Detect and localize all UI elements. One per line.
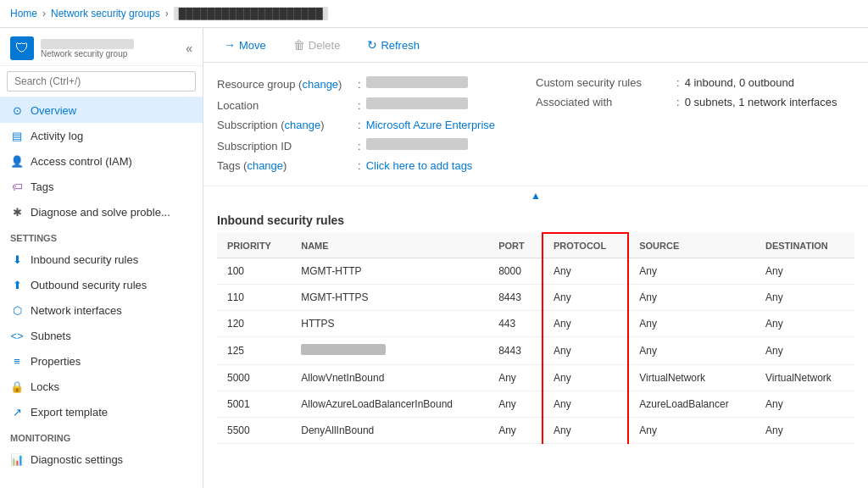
sidebar-item-access-control[interactable]: 👤 Access control (IAM) <box>0 148 203 174</box>
cell-source: VirtualNetwork <box>628 365 755 391</box>
sidebar-item-activity-log[interactable]: ▤ Activity log <box>0 123 203 148</box>
activity-log-icon: ▤ <box>10 129 24 142</box>
breadcrumb: Home › Network security groups › ███████… <box>0 0 868 28</box>
cell-port: 8443 <box>488 337 542 365</box>
col-header-source: SOURCE <box>628 233 755 258</box>
network-interfaces-icon: ⬡ <box>10 303 24 317</box>
properties-icon: ≡ <box>10 354 24 368</box>
resource-type: Network security group <box>41 49 134 58</box>
refresh-button[interactable]: ↻ Refresh <box>360 35 426 55</box>
sidebar-item-outbound-rules[interactable]: ⬆ Outbound security rules <box>0 272 203 297</box>
cell-port: 8000 <box>488 258 542 285</box>
cell-name: AllowVnetInBound <box>291 365 488 391</box>
cell-name: AllowAzureLoadBalancerInBound <box>291 391 488 418</box>
delete-icon: 🗑 <box>293 38 305 52</box>
sidebar-item-inbound-rules[interactable]: ⬇ Inbound security rules <box>0 247 203 272</box>
tags-change-link[interactable]: change <box>247 159 283 172</box>
cell-name: DenyAllInBound <box>291 418 488 444</box>
sidebar-item-network-interfaces[interactable]: ⬡ Network interfaces <box>0 297 203 323</box>
cell-protocol: Any <box>542 285 628 311</box>
prop-subscription: Subscription (change) : Microsoft Azure … <box>217 115 536 135</box>
cell-protocol: Any <box>542 418 628 444</box>
move-button[interactable]: → Move <box>217 35 273 55</box>
cell-destination: Any <box>755 337 854 365</box>
col-header-destination: DESTINATION <box>755 233 854 258</box>
table-row[interactable]: 5001 AllowAzureLoadBalancerInBound Any A… <box>217 391 854 418</box>
cell-priority: 5500 <box>217 418 291 444</box>
table-row[interactable]: 120 HTTPS 443 Any Any Any <box>217 311 854 337</box>
diagnose-icon: ✱ <box>10 205 24 219</box>
shield-icon: 🛡 <box>10 36 34 60</box>
table-row[interactable]: 5000 AllowVnetInBound Any Any VirtualNet… <box>217 365 854 391</box>
cell-destination: Any <box>755 311 854 337</box>
cell-name: HTTPS <box>291 311 488 337</box>
cell-source: Any <box>628 285 755 311</box>
properties-left: Resource group (change) : Location : Sub… <box>217 73 536 175</box>
sidebar-item-diagnose[interactable]: ✱ Diagnose and solve proble... <box>0 199 203 225</box>
sidebar-item-subnets[interactable]: <> Subnets <box>0 323 203 348</box>
cell-destination: Any <box>755 418 854 444</box>
sidebar-item-properties[interactable]: ≡ Properties <box>0 348 203 374</box>
cell-port: Any <box>488 365 542 391</box>
cell-source: Any <box>628 311 755 337</box>
col-header-protocol: PROTOCOL <box>542 233 628 258</box>
cell-priority: 110 <box>217 285 291 311</box>
subnets-icon: <> <box>10 329 24 342</box>
refresh-icon: ↻ <box>367 38 377 52</box>
cell-destination: Any <box>755 258 854 285</box>
tags-icon: 🏷 <box>10 180 24 193</box>
cell-priority: 100 <box>217 258 291 285</box>
breadcrumb-nsg[interactable]: Network security groups <box>51 8 160 19</box>
access-control-icon: 👤 <box>10 154 24 168</box>
resource-group-change-link[interactable]: change <box>302 78 338 91</box>
sidebar-item-overview[interactable]: ⊙ Overview <box>0 97 203 123</box>
breadcrumb-current: ████████████████████ <box>174 7 328 20</box>
monitoring-section-title: Monitoring <box>0 424 203 446</box>
sidebar-collapse-btn[interactable]: « <box>186 42 192 55</box>
cell-protocol: Any <box>542 258 628 285</box>
sidebar-item-diagnostic-settings[interactable]: 📊 Diagnostic settings <box>0 446 203 472</box>
settings-section-title: Settings <box>0 225 203 247</box>
sidebar-header: 🛡 Network security group « <box>0 28 203 66</box>
main-content: → Move 🗑 Delete ↻ Refresh Resource group <box>203 28 868 488</box>
table-row[interactable]: 125 8443 Any Any Any <box>217 337 854 365</box>
prop-associated-with: Associated with : 0 subnets, 1 network i… <box>536 92 854 112</box>
export-icon: ↗ <box>10 405 24 419</box>
table-row[interactable]: 110 MGMT-HTTPS 8443 Any Any Any <box>217 285 854 311</box>
inbound-rules-table: PRIORITY NAME PORT PROTOCOL SOURCE DESTI… <box>217 232 854 444</box>
table-row[interactable]: 100 MGMT-HTTP 8000 Any Any Any <box>217 258 854 285</box>
inbound-rules-title: Inbound security rules <box>203 205 868 232</box>
resource-name <box>41 39 134 49</box>
prop-location: Location : <box>217 94 536 115</box>
table-row[interactable]: 5500 DenyAllInBound Any Any Any Any <box>217 418 854 444</box>
cell-protocol: Any <box>542 391 628 418</box>
sidebar-item-export-template[interactable]: ↗ Export template <box>0 399 203 424</box>
breadcrumb-home[interactable]: Home <box>10 8 37 19</box>
sidebar: 🛡 Network security group « ⊙ Overview ▤ … <box>0 28 203 488</box>
sidebar-item-tags[interactable]: 🏷 Tags <box>0 174 203 199</box>
prop-subscription-id: Subscription ID : <box>217 135 536 156</box>
cell-priority: 5001 <box>217 391 291 418</box>
cell-source: Any <box>628 418 755 444</box>
sidebar-item-locks[interactable]: 🔒 Locks <box>0 374 203 399</box>
cell-destination: VirtualNetwork <box>755 365 854 391</box>
col-header-priority: PRIORITY <box>217 233 291 258</box>
col-header-port: PORT <box>488 233 542 258</box>
cell-port: Any <box>488 391 542 418</box>
collapse-arrow[interactable]: ▲ <box>203 186 868 205</box>
cell-protocol: Any <box>542 365 628 391</box>
move-icon: → <box>224 38 236 52</box>
search-input[interactable] <box>7 71 196 92</box>
cell-protocol: Any <box>542 311 628 337</box>
inbound-rules-table-container: PRIORITY NAME PORT PROTOCOL SOURCE DESTI… <box>203 232 868 444</box>
properties-section: Resource group (change) : Location : Sub… <box>203 63 868 186</box>
subscription-value-link[interactable]: Microsoft Azure Enterprise <box>366 119 495 131</box>
inbound-icon: ⬇ <box>10 252 24 266</box>
prop-custom-rules: Custom security rules : 4 inbound, 0 out… <box>536 73 854 92</box>
table-header-row: PRIORITY NAME PORT PROTOCOL SOURCE DESTI… <box>217 233 854 258</box>
tags-value-link[interactable]: Click here to add tags <box>366 159 473 172</box>
cell-source: Any <box>628 337 755 365</box>
subscription-change-link[interactable]: change <box>284 119 320 131</box>
overview-icon: ⊙ <box>10 103 24 117</box>
delete-button[interactable]: 🗑 Delete <box>287 35 348 55</box>
